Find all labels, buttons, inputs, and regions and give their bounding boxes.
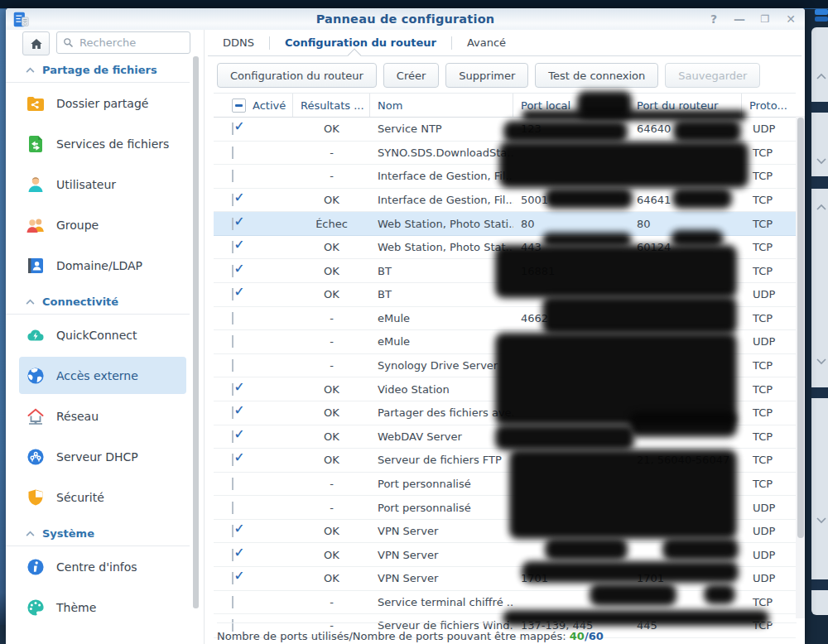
sidebar-item-services-de-fichiers[interactable]: Services de fichiers — [6, 123, 193, 164]
row-checkbox[interactable] — [232, 383, 233, 396]
port-local-cell: 123 — [513, 123, 629, 135]
column-header-protocol[interactable]: Proto... — [742, 94, 796, 117]
row-checkbox[interactable] — [232, 312, 233, 324]
sidebar-item-groupe[interactable]: Groupe — [6, 204, 193, 245]
section-systeme[interactable]: Système — [6, 521, 190, 546]
table-row[interactable]: OK VPN Server UDP — [214, 543, 796, 567]
row-checkbox[interactable] — [232, 454, 233, 466]
chevron-up-icon — [816, 204, 826, 210]
table-row[interactable]: - Port personnalisé UDP — [214, 496, 796, 520]
row-checkbox[interactable] — [232, 123, 233, 135]
row-checkbox[interactable] — [232, 194, 233, 206]
table-row[interactable]: - eMule 4662 TCP — [214, 307, 796, 331]
sidebar-item-centre-d-infos[interactable]: Centre d'infos — [6, 546, 193, 587]
port-forwarding-table: Activé Résultats ... Nom Port local Port… — [214, 93, 796, 638]
table-scrollbar-thumb[interactable] — [797, 118, 804, 538]
row-checkbox[interactable] — [232, 572, 233, 584]
row-checkbox[interactable] — [232, 265, 233, 277]
section-connectivite[interactable]: Connectivité — [6, 289, 190, 315]
maximize-button[interactable]: ❐ — [759, 13, 771, 25]
row-checkbox[interactable] — [232, 359, 233, 372]
table-row[interactable]: OK Video Station TCP — [214, 377, 796, 401]
router-configuration-button[interactable]: Configuration du routeur — [217, 63, 377, 88]
row-checkbox[interactable] — [232, 335, 233, 348]
column-header-port-local[interactable]: Port local — [513, 94, 629, 117]
select-all-checkbox[interactable] — [232, 99, 246, 113]
save-button[interactable]: Sauvegarder — [665, 63, 760, 88]
sidebar-item-acces-externe[interactable]: Accès externe — [19, 357, 186, 394]
sidebar-item-dossier-partage[interactable]: Dossier partagé — [6, 83, 193, 123]
table-row[interactable]: - SYNO.SDS.DownloadSta... TCP — [214, 142, 796, 166]
column-header-results[interactable]: Résultats ... — [293, 94, 370, 117]
home-icon — [29, 36, 44, 51]
table-row[interactable]: - Interface de Gestion, Fil... TCP — [214, 165, 796, 189]
tab-avance[interactable]: Avancé — [452, 30, 521, 55]
row-checkbox[interactable] — [232, 288, 233, 300]
table-row[interactable]: OK VPN Server 1701 1701 UDP — [214, 567, 796, 591]
row-checkbox[interactable] — [232, 525, 233, 537]
row-checkbox[interactable] — [232, 147, 233, 159]
tab-ddns[interactable]: DDNS — [208, 30, 269, 55]
row-checkbox[interactable] — [232, 502, 233, 514]
row-checkbox[interactable] — [232, 478, 233, 490]
delete-button[interactable]: Supprimer — [445, 63, 528, 88]
connection-test-button[interactable]: Test de connexion — [535, 63, 658, 88]
row-checkbox[interactable] — [232, 549, 233, 561]
row-checkbox[interactable] — [232, 241, 233, 253]
main-content: DDNS Configuration du routeur Avancé Con… — [205, 30, 805, 644]
protocol-cell: UDP — [742, 335, 796, 348]
protocol-cell: TCP — [742, 596, 796, 608]
row-checkbox[interactable] — [232, 596, 233, 608]
window-titlebar[interactable]: Panneau de configuration ? — ❐ ✕ — [6, 8, 805, 31]
table-row[interactable]: Échec Web Station, Photo Stati... 80 80 … — [214, 212, 796, 236]
protocol-cell: TCP — [742, 194, 796, 206]
chevron-up-icon — [816, 73, 826, 79]
column-header-port-router[interactable]: Port du routeur — [629, 94, 742, 117]
table-row[interactable]: - Service terminal chiffré ... TCP — [214, 591, 796, 615]
table-row[interactable]: OK BT 16881 TCP — [214, 259, 796, 283]
search-input[interactable] — [78, 36, 172, 50]
table-row[interactable]: - Synology Drive Server TCP — [214, 354, 796, 378]
sidebar-item-serveur-dhcp[interactable]: Serveur DHCP — [6, 436, 193, 477]
home-button[interactable] — [22, 31, 50, 55]
create-button[interactable]: Créer — [383, 63, 439, 88]
table-row[interactable]: - eMule UDP — [214, 330, 796, 354]
search-box[interactable] — [56, 31, 190, 54]
table-row[interactable]: OK WebDAV Server TCP — [214, 425, 796, 449]
tab-configuration-du-routeur[interactable]: Configuration du routeur — [270, 30, 451, 55]
sidebar-scrollbar[interactable] — [193, 56, 199, 608]
sidebar-item-utilisateur[interactable]: Utilisateur — [6, 164, 193, 204]
protocol-cell: TCP — [742, 312, 796, 324]
table-row[interactable]: OK Service NTP 123 64640 UDP — [214, 118, 796, 142]
domain-ldap-icon — [26, 256, 46, 276]
protocol-cell: UDP — [742, 288, 796, 300]
port-local-cell: 80 — [513, 218, 629, 230]
sidebar-item-theme[interactable]: Thème — [6, 587, 193, 627]
row-checkbox[interactable] — [232, 406, 233, 419]
table-row[interactable]: OK BT UDP — [214, 283, 796, 307]
row-checkbox[interactable] — [232, 170, 233, 182]
section-partage-de-fichiers[interactable]: Partage de fichiers — [6, 57, 190, 83]
help-button[interactable]: ? — [708, 12, 720, 26]
row-checkbox[interactable] — [232, 218, 233, 230]
table-row[interactable]: - Port personnalisé TCP — [214, 473, 796, 497]
table-row[interactable]: OK VPN Server UDP — [214, 520, 796, 544]
minimize-button[interactable]: — — [734, 12, 745, 26]
result-cell: - — [293, 312, 370, 324]
sidebar-item-reseau[interactable]: Réseau — [6, 396, 193, 436]
column-header-active[interactable]: Activé — [214, 94, 293, 117]
sidebar-item-domaine-ldap[interactable]: Domaine/LDAP — [6, 245, 193, 286]
tab-bar: DDNS Configuration du routeur Avancé — [208, 30, 802, 56]
column-header-name[interactable]: Nom — [370, 94, 513, 117]
table-row[interactable]: OK Interface de Gestion, Fil... 5001 646… — [214, 189, 796, 213]
info-icon — [26, 557, 46, 577]
table-row[interactable]: OK Serveur de fichiers FTP 21, 56040-560… — [214, 449, 796, 473]
desktop-widget-panel — [811, 27, 828, 615]
table-row[interactable]: OK Web Station, Photo Stat... 443 60124 … — [214, 236, 796, 260]
table-row[interactable]: OK Partager des fichiers ave... TCP — [214, 401, 796, 425]
sidebar-item-quickconnect[interactable]: QuickConnect — [6, 315, 193, 355]
sidebar-item-securite[interactable]: Sécurité — [6, 477, 193, 517]
row-checkbox[interactable] — [232, 430, 233, 443]
close-button[interactable]: ✕ — [785, 12, 797, 26]
name-cell: eMule — [370, 335, 513, 348]
